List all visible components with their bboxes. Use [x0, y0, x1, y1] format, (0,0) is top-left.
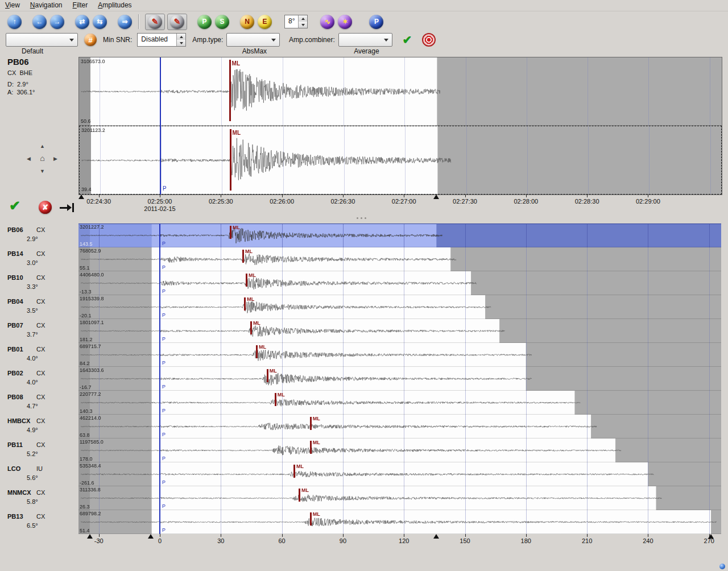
trace-area[interactable]: 1643303.6 -16.7 P ML — [78, 367, 721, 391]
nav-right-button[interactable]: ▶ — [51, 154, 60, 163]
edit-pick-button[interactable]: ✎ — [170, 15, 184, 29]
pick-p-button[interactable]: P — [369, 15, 383, 29]
p-marker-line[interactable] — [159, 295, 160, 319]
splitter-handle[interactable] — [348, 217, 374, 220]
ml-marker-line[interactable] — [242, 250, 244, 263]
trace-area[interactable]: 311336.8 26.3 P ML — [78, 486, 721, 510]
axis-marker-icon[interactable] — [87, 534, 93, 539]
zoom-waveform-canvas-1[interactable] — [79, 57, 722, 126]
target-icon[interactable] — [422, 33, 436, 47]
component-e-button[interactable]: E — [258, 15, 272, 29]
ml-marker-line[interactable] — [256, 345, 258, 358]
trace-area[interactable]: 3201227.2 143.5 P ML — [78, 224, 721, 247]
amp-type-combobox[interactable]: AbsMax — [226, 33, 280, 47]
trace-row[interactable]: PB04 CX 3.5° 1915339.8 -20.1 P ML — [0, 295, 728, 319]
ml-marker-line[interactable] — [293, 465, 295, 478]
nav-left-button[interactable]: ◀ — [24, 154, 34, 163]
waveform-canvas[interactable] — [78, 295, 721, 319]
axis-marker-icon[interactable] — [148, 534, 154, 539]
ml-marker-line[interactable] — [310, 512, 312, 526]
nav-home-small-button[interactable]: ⌂ — [38, 154, 47, 162]
axis-marker-icon[interactable] — [433, 534, 439, 539]
trace-row[interactable]: PB07 CX 3.7° 1801097.1 181.2 P ML — [0, 319, 728, 343]
trace-area[interactable]: 1915339.8 -20.1 P ML — [78, 295, 721, 319]
apply-p-button[interactable]: P — [197, 15, 212, 29]
trace-area[interactable]: 689715.7 84.2 P ML — [78, 343, 721, 367]
zoom-waveform-canvas-2[interactable] — [80, 126, 722, 195]
trace-row[interactable]: PB08 CX 4.7° 220777.2 140.3 P ML — [0, 391, 728, 415]
trace-row[interactable]: PB10 CX 3.3° 4406480.0 -13.3 P ML — [0, 271, 728, 295]
nav-home-button[interactable]: ↑ — [7, 15, 22, 29]
snr-button[interactable]: # — [84, 34, 97, 46]
waveform-canvas[interactable] — [78, 462, 721, 486]
min-snr-spinbox[interactable]: Disabled — [137, 33, 186, 47]
trace-area[interactable]: 1801097.1 181.2 P ML — [78, 319, 721, 343]
ml-marker-line[interactable] — [299, 489, 300, 502]
trace-area[interactable]: 4406480.0 -13.3 P ML — [78, 271, 721, 295]
p-marker-line[interactable] — [159, 415, 160, 438]
axis-marker-icon[interactable] — [433, 195, 439, 199]
trace-row[interactable]: PB13 CX 6.5° 689798.2 51.4 P ML — [0, 510, 728, 534]
ml-marker-line[interactable] — [267, 369, 268, 382]
goto-trace-button[interactable]: ⇒ — [118, 15, 132, 29]
trace-row[interactable]: HMBCX CX 4.9° 462214.0 63.8 P ML — [0, 415, 728, 438]
p-marker-line[interactable] — [159, 319, 160, 343]
waveform-canvas[interactable] — [78, 319, 721, 343]
trace-area[interactable]: 535348.4 -261.6 P ML — [78, 462, 721, 486]
ml-marker-line[interactable] — [250, 321, 252, 334]
accept-button[interactable]: ✔ — [9, 198, 20, 214]
axis-marker-icon[interactable] — [708, 534, 714, 539]
zoom-trace-2[interactable]: 3201123.2 39.4 ML — [79, 126, 722, 195]
waveform-canvas[interactable] — [78, 343, 721, 367]
trace-row[interactable]: MNMCX CX 5.8° 311336.8 26.3 P ML — [0, 486, 728, 510]
filter-button[interactable]: ∿ — [320, 15, 334, 29]
rotation-spinbox-steppers[interactable] — [298, 15, 307, 28]
ml-marker-line[interactable] — [230, 129, 231, 191]
axis-marker-icon[interactable] — [78, 195, 84, 199]
waveform-canvas[interactable] — [78, 438, 721, 462]
min-snr-steppers[interactable] — [176, 34, 185, 46]
ml-marker-line[interactable] — [246, 274, 247, 287]
menu-filter[interactable]: Filter — [68, 0, 93, 10]
nav-up-button[interactable]: ▲ — [38, 142, 47, 150]
p-marker-line[interactable] — [159, 343, 160, 367]
menu-amplitudes[interactable]: Amplitudes — [93, 0, 136, 10]
resize-grip-icon[interactable] — [719, 564, 725, 569]
align-origin-button[interactable]: ⇄ — [75, 15, 89, 29]
trace-area[interactable]: 1197585.0 178.0 P ML — [78, 438, 721, 462]
waveform-canvas[interactable] — [78, 247, 721, 271]
trace-row[interactable]: PB14 CX 3.0° 768052.9 55.1 P ML — [0, 247, 728, 271]
waveform-canvas[interactable] — [78, 271, 721, 295]
ml-marker-line[interactable] — [244, 297, 246, 311]
nav-down-button[interactable]: ▼ — [38, 167, 47, 175]
p-marker-line[interactable] — [159, 367, 160, 391]
trace-area[interactable]: 220777.2 140.3 P ML — [78, 391, 721, 415]
trace-row[interactable]: PB06 CX 2.9° 3201227.2 143.5 P ML — [0, 224, 728, 247]
p-marker-line[interactable] — [159, 438, 160, 462]
p-marker-line[interactable] — [159, 271, 160, 295]
apply-s-button[interactable]: S — [215, 15, 229, 29]
amp-combiner-combobox[interactable]: Average — [338, 33, 392, 47]
ml-marker-line[interactable] — [275, 393, 276, 406]
export-picks-button[interactable] — [59, 202, 75, 213]
waveform-canvas[interactable] — [78, 367, 721, 391]
ml-marker-line[interactable] — [310, 441, 312, 454]
waveform-canvas[interactable] — [78, 486, 721, 510]
menu-navigation[interactable]: Navigation — [25, 0, 68, 10]
waveform-canvas[interactable] — [78, 224, 721, 247]
menu-view[interactable]: View — [0, 0, 25, 10]
ml-marker-line[interactable] — [229, 60, 231, 121]
zoom-trace-1[interactable]: 3106573.0 50.6 ML — [79, 57, 722, 126]
reject-button[interactable]: ✘ — [39, 201, 52, 214]
p-marker-line[interactable] — [159, 391, 160, 415]
p-marker-line[interactable] — [159, 247, 160, 271]
trace-area[interactable]: 768052.9 55.1 P ML — [78, 247, 721, 271]
trace-row[interactable]: LCO IU 5.6° 535348.4 -261.6 P ML — [0, 462, 728, 486]
trace-row[interactable]: PB11 CX 5.2° 1197585.0 178.0 P ML — [0, 438, 728, 462]
align-pick-button[interactable]: ⇆ — [93, 15, 107, 29]
p-marker-line[interactable] — [159, 462, 160, 486]
profile-combobox[interactable]: Default — [6, 33, 78, 47]
recalculate-button[interactable]: ✔ — [403, 33, 412, 47]
nav-back-button[interactable]: ← — [32, 15, 47, 29]
zoom-trace-panel[interactable]: 3106573.0 50.6 ML 3201123.2 39.4 ML P — [78, 57, 722, 195]
